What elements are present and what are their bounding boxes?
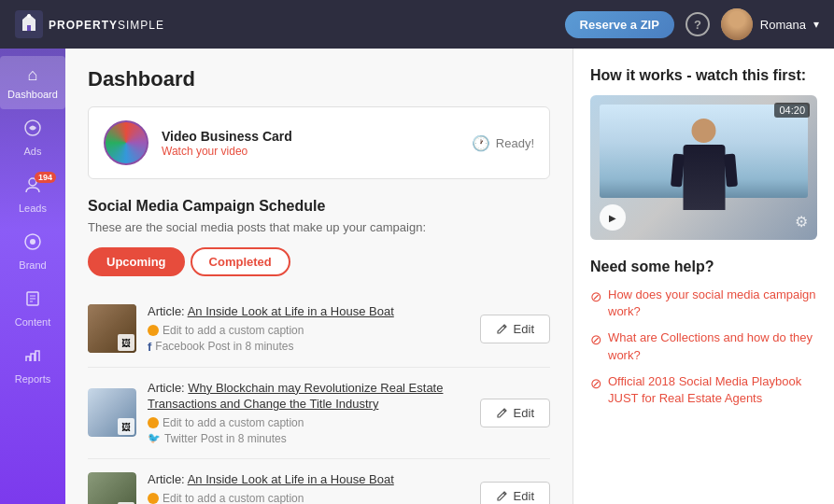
edit-icon (496, 490, 508, 502)
vbc-info: Video Business Card Watch your video (162, 129, 292, 158)
edit-button[interactable]: Edit (480, 482, 550, 504)
post-title: Article: An Inside Look at Life in a Hou… (148, 472, 469, 488)
top-navigation: PROPERTYSIMPLE Reserve a ZIP ? Romana ▾ (0, 0, 834, 49)
logo-text: PROPERTYSIMPLE (49, 18, 164, 32)
sidebar-item-brand[interactable]: Brand (0, 223, 65, 280)
tab-upcoming[interactable]: Upcoming (88, 247, 185, 276)
post-social: f Facebook Post in 8 minutes (148, 340, 469, 354)
sidebar-item-ads[interactable]: Ads (0, 109, 65, 166)
clock-icon: 🕐 (472, 134, 490, 152)
post-type-icon: 🖼 (118, 418, 134, 435)
post-link[interactable]: Why Blockchain may Revolutionize Real Es… (148, 381, 443, 411)
help-link-3[interactable]: ⊘ Official 2018 Social Media Playbook JU… (590, 373, 817, 407)
sidebar-label-leads: Leads (19, 203, 47, 214)
warning-icon (148, 493, 159, 504)
sidebar-item-dashboard[interactable]: ⌂ Dashboard (0, 56, 65, 109)
vbc-title: Video Business Card (162, 129, 292, 144)
help-link-2[interactable]: ⊘ What are Collections and how do they w… (590, 329, 817, 363)
campaign-tabs: Upcoming Completed (88, 247, 550, 276)
content-area: Dashboard Video Business Card Watch your… (65, 49, 834, 504)
post-link[interactable]: An Inside Look at Life in a House Boat (188, 304, 394, 318)
post-thumbnail: 🖼 (88, 304, 136, 353)
sidebar-label-reports: Reports (15, 373, 51, 385)
video-settings-icon[interactable]: ⚙ (795, 213, 808, 231)
post-caption: Edit to add a custom caption (148, 492, 469, 504)
sidebar-label-dashboard: Dashboard (7, 89, 58, 100)
campaign-subtitle: These are the social media posts that ma… (88, 220, 550, 234)
facebook-icon: f (148, 340, 151, 354)
sidebar-label-ads: Ads (24, 146, 42, 157)
post-info: Article: Why Blockchain may Revolutioniz… (148, 381, 469, 445)
edit-button[interactable]: Edit (480, 315, 550, 343)
vbc-thumbnail (104, 120, 148, 165)
ads-icon (23, 119, 42, 142)
main-panel: Dashboard Video Business Card Watch your… (65, 49, 572, 504)
brand-icon (23, 232, 42, 256)
post-thumbnail: 🖼 (88, 472, 136, 504)
vbc-status-text: Ready! (496, 136, 534, 150)
post-social: 🐦 Twitter Post in 8 minutes (148, 432, 469, 445)
post-title: Article: Why Blockchain may Revolutioniz… (148, 381, 469, 413)
post-caption: Edit to add a custom caption (148, 324, 469, 337)
reserve-zip-button[interactable]: Reserve a ZIP (565, 11, 674, 38)
sidebar-item-reports[interactable]: Reports (0, 337, 65, 394)
right-panel: How it works - watch this first: ▶ (572, 49, 834, 504)
user-menu[interactable]: Romana ▾ (721, 8, 819, 40)
edit-icon (496, 407, 508, 419)
edit-icon (496, 323, 508, 335)
edit-button[interactable]: Edit (480, 399, 550, 427)
table-row: 🖼 Article: An Inside Look at Life in a H… (88, 291, 550, 368)
need-help-title: Need some help? (590, 259, 817, 275)
video-business-card: Video Business Card Watch your video 🕐 R… (88, 106, 550, 179)
post-info: Article: An Inside Look at Life in a Hou… (148, 304, 469, 354)
nav-right: Reserve a ZIP ? Romana ▾ (565, 8, 819, 40)
chevron-down-icon: ▾ (813, 18, 819, 31)
leads-badge: 194 (35, 172, 56, 183)
tab-completed[interactable]: Completed (191, 247, 290, 276)
twitter-icon: 🐦 (148, 432, 161, 444)
post-caption: Edit to add a custom caption (148, 416, 469, 429)
user-name: Romana (760, 18, 806, 32)
svg-point-1 (27, 14, 31, 18)
help-circle-icon: ⊘ (590, 373, 602, 393)
post-info: Article: An Inside Look at Life in a Hou… (148, 472, 469, 504)
campaign-title: Social Media Campaign Schedule (88, 198, 550, 215)
main-layout: ⌂ Dashboard Ads 194 Leads (0, 49, 834, 504)
help-button[interactable]: ? (686, 12, 710, 36)
post-title: Article: An Inside Look at Life in a Hou… (148, 304, 469, 320)
how-works-title: How it works - watch this first: (590, 67, 817, 84)
warning-icon (148, 325, 159, 336)
content-icon (23, 289, 42, 313)
help-link-1[interactable]: ⊘ How does your social media campaign wo… (590, 287, 817, 320)
help-circle-icon: ⊘ (590, 329, 602, 349)
home-icon: ⌂ (28, 65, 38, 85)
reports-icon (23, 346, 42, 370)
video-play-button[interactable]: ▶ (600, 204, 626, 231)
video-thumbnail[interactable]: ▶ 04:20 ⚙ (590, 95, 817, 240)
sidebar-item-content[interactable]: Content (0, 280, 65, 337)
svg-point-5 (30, 239, 35, 245)
post-list: 🖼 Article: An Inside Look at Life in a H… (88, 291, 550, 504)
vbc-left: Video Business Card Watch your video (104, 120, 292, 165)
help-circle-icon: ⊘ (590, 287, 602, 306)
warning-icon (148, 417, 159, 428)
logo[interactable]: PROPERTYSIMPLE (15, 10, 164, 38)
vbc-status: 🕐 Ready! (472, 134, 534, 152)
sidebar: ⌂ Dashboard Ads 194 Leads (0, 49, 65, 504)
table-row: 🖼 Article: An Inside Look at Life in a H… (88, 459, 550, 504)
page-title: Dashboard (88, 67, 550, 91)
vbc-watch-link[interactable]: Watch your video (162, 145, 247, 158)
post-type-icon: 🖼 (118, 334, 134, 351)
avatar (721, 8, 753, 40)
sidebar-label-brand: Brand (19, 259, 46, 271)
video-duration: 04:20 (774, 103, 810, 118)
post-link[interactable]: An Inside Look at Life in a House Boat (188, 472, 394, 486)
table-row: 🖼 Article: Why Blockchain may Revolution… (88, 368, 550, 459)
sidebar-label-content: Content (15, 316, 51, 328)
post-thumbnail: 🖼 (88, 388, 136, 437)
sidebar-item-leads[interactable]: 194 Leads (0, 166, 65, 223)
